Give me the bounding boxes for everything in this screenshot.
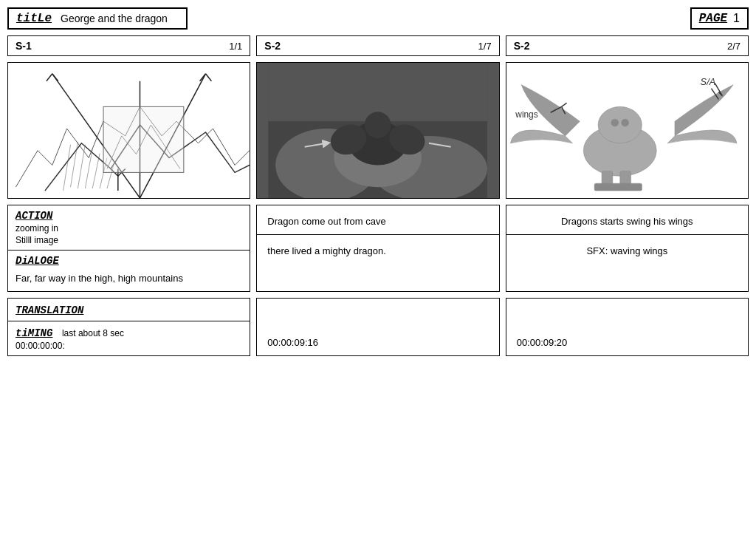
timecode-box-2: 00:00:09:16	[256, 298, 499, 356]
timing-section: tiMING last about 8 sec 00:00:00:00:	[8, 321, 250, 355]
scene-id-3: S-2	[514, 40, 530, 52]
image-panels-row: wings S/A	[7, 62, 749, 199]
page-number: 1	[733, 12, 740, 25]
dialogue-section-1: DiALOGE Far, far way in the high, high m…	[8, 251, 250, 291]
svg-point-33	[611, 119, 619, 126]
dialogue-text-1: Far, far way in the high, high mountains	[16, 270, 242, 287]
translation-section: TRANSLATION	[8, 299, 250, 321]
svg-point-27	[365, 112, 391, 138]
action-box-1: ACTION zooming in Stilll image DiALOGE F…	[7, 205, 250, 292]
scene-header-2: S-2 1/7	[256, 35, 499, 56]
scene-header-1: S-1 1/1	[7, 35, 250, 56]
dialogue-text-2: there lived a mighty dragon.	[257, 235, 498, 264]
action-text-2: Dragon come out from cave	[257, 205, 498, 235]
action-box-2: Dragon come out from cave there lived a …	[256, 205, 499, 292]
mountain-sketch	[8, 63, 250, 198]
scene-page-2: 1/7	[478, 41, 492, 52]
svg-rect-37	[594, 183, 642, 191]
action-text-1: zooming in	[16, 223, 242, 234]
dialogue-label-1: DiALOGE	[16, 255, 242, 267]
timing-label: tiMING	[16, 327, 52, 339]
scene-id-2: S-2	[264, 40, 281, 52]
scene-headers-row: S-1 1/1 S-2 1/7 S-2 2/7	[7, 35, 749, 56]
svg-text:S/A: S/A	[700, 76, 715, 87]
svg-point-34	[621, 119, 628, 126]
action-section-1: ACTION zooming in Stilll image	[8, 205, 250, 251]
timing-value: last about 8 sec	[62, 328, 124, 338]
translation-label: TRANSLATION	[16, 304, 83, 316]
film-panel	[257, 63, 498, 198]
header: titLe George and the dragon PAGE 1	[7, 7, 749, 30]
action-label-1: ACTION	[16, 210, 242, 222]
image-panel-1	[7, 62, 250, 199]
image-panel-2	[256, 62, 499, 199]
page-box: PAGE 1	[690, 7, 749, 30]
timecode-box-3: 00:00:09:20	[506, 298, 749, 356]
scene-id-1: S-1	[16, 40, 32, 52]
action-box-3: Dragons starts swing his wings SFX: wavi…	[506, 205, 749, 292]
sfx-text-3: SFX: waving wings	[506, 235, 748, 264]
title-value: George and the dragon	[61, 13, 179, 24]
action-subtext-1: Stilll image	[16, 235, 242, 245]
svg-point-32	[598, 106, 642, 143]
title-label: titLe	[16, 12, 52, 25]
svg-text:wings: wings	[515, 109, 537, 120]
scene-page-1: 1/1	[229, 41, 242, 52]
timecode-1: 00:00:00:00:	[16, 341, 242, 351]
scene-page-3: 2/7	[727, 41, 740, 52]
page-label: PAGE	[699, 12, 727, 25]
image-panel-3: wings S/A	[506, 62, 749, 199]
action-dialogue-row: ACTION zooming in Stilll image DiALOGE F…	[7, 205, 749, 292]
translation-box: TRANSLATION tiMING last about 8 sec 00:0…	[7, 298, 250, 356]
timecode-3: 00:00:09:20	[517, 337, 568, 348]
title-box: titLe George and the dragon	[7, 7, 188, 30]
timecode-2: 00:00:09:16	[267, 337, 318, 348]
action-text-3: Dragons starts swing his wings	[506, 205, 748, 235]
scene-header-3: S-2 2/7	[506, 35, 749, 56]
translation-timing-row: TRANSLATION tiMING last about 8 sec 00:0…	[7, 298, 749, 356]
